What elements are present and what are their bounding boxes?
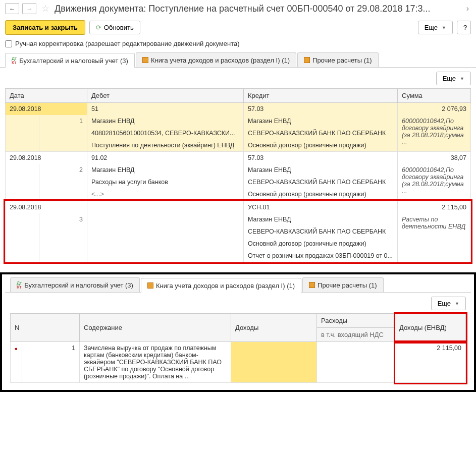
back-button[interactable]: ← [5,3,19,14]
table-row[interactable]: 3 Магазин ЕНВД Расчеты по деятельности Е… [6,213,471,225]
table-row[interactable]: 29.08.2018 УСН.01 2 115,00 [6,201,471,214]
tab-other-label: Прочие расчеты (1) [312,56,372,64]
chevron-down-icon: ▼ [442,25,446,30]
th-income[interactable]: Доходы [231,314,317,342]
tabs-main: ДтКт Бухгалтерский и налоговый учет (3) … [0,52,476,68]
chevron-down-icon: ▼ [460,76,464,81]
th-income-envd[interactable]: Доходы (ЕНВД) [395,314,466,342]
table-row[interactable]: 29.08.2018 51 57.03 2 076,93 [6,103,471,116]
income-table: N Содержание Доходы Расходы Доходы (ЕНВД… [10,313,466,383]
bullet-icon: • [15,345,18,353]
refresh-icon: ⟳ [96,24,101,31]
income-cell [231,342,317,383]
more-label: Еще [425,24,438,31]
expense-cell [317,342,395,383]
th-debit[interactable]: Дебет [87,89,244,103]
accounting-table: Дата Дебет Кредит Сумма 29.08.2018 51 57… [5,88,471,201]
table-row[interactable]: 29.08.2018 91.02 57.03 38,07 [6,152,471,164]
tab-content-accounting: Еще ▼ Дата Дебет Кредит Сумма 29.08.2018… [0,68,476,266]
th-credit[interactable]: Кредит [244,89,398,103]
page-title: Движения документа: Поступление на расче… [55,4,461,14]
more-button[interactable]: Еще ▼ [418,21,453,34]
tab-accounting-2[interactable]: ДтКт Бухгалтерский и налоговый учет (3) [10,277,140,292]
more-button-sub2[interactable]: Еще ▼ [431,297,466,310]
forward-button[interactable]: → [22,3,36,14]
th-sum[interactable]: Сумма [398,89,471,103]
refresh-label: Обновить [104,24,134,31]
tab-income-book[interactable]: Книга учета доходов и расходов (раздел I… [136,52,296,67]
th-date[interactable]: Дата [6,89,87,103]
book-icon [309,282,315,288]
tab-other-2[interactable]: Прочие расчеты (1) [302,277,384,292]
tabs-secondary: ДтКт Бухгалтерский и налоговый учет (3) … [5,277,471,293]
accounting-table-highlighted: 29.08.2018 УСН.01 2 115,00 3 Магазин ЕНВ… [5,201,471,262]
book-icon [142,57,148,63]
chevron-right-icon[interactable]: › [464,4,471,13]
manual-edit-checkbox[interactable] [5,40,12,47]
titlebar: ← → ☆ Движения документа: Поступление на… [0,0,476,17]
th-expense[interactable]: Расходы [317,314,395,328]
refresh-button[interactable]: ⟳ Обновить [89,21,140,34]
income-block: ДтКт Бухгалтерский и налоговый учет (3) … [0,272,476,392]
dtkt-icon: ДтКт [12,56,17,65]
th-expense-sub[interactable]: в т.ч. входящий НДС [317,328,395,342]
save-close-button[interactable]: Записать и закрыть [5,20,85,35]
tab-income-book-2[interactable]: Книга учета доходов и расходов (раздел I… [141,278,301,293]
tab-accounting[interactable]: ДтКт Бухгалтерский и налоговый учет (3) [5,53,135,68]
table-row[interactable]: 2 Магазин ЕНВД Магазин ЕНВД 600000010642… [6,164,471,176]
tab-income-book-label: Книга учета доходов и расходов (раздел I… [151,56,290,64]
manual-edit-label: Ручная корректировка (разрешает редактир… [15,40,240,47]
action-toolbar: Записать и закрыть ⟳ Обновить Еще ▼ ? [0,17,476,38]
table-header-row: Дата Дебет Кредит Сумма [6,89,471,103]
manual-edit-row: Ручная корректировка (разрешает редактир… [0,38,476,52]
dtkt-icon: ДтКт [17,281,22,289]
help-button[interactable]: ? [457,21,471,34]
tab-other[interactable]: Прочие расчеты (1) [297,52,379,67]
favorite-icon[interactable]: ☆ [41,3,49,14]
tab-content-income: Еще ▼ N Содержание Доходы Расходы Доходы… [5,293,471,387]
table-header-row: N Содержание Доходы Расходы Доходы (ЕНВД… [11,314,466,328]
table-row[interactable]: • 1 Зачислена выручка от продаж по плате… [11,342,466,383]
table-row[interactable]: 1 Магазин ЕНВД Магазин ЕНВД 600000010642… [6,115,471,127]
income-envd-cell: 2 115,00 [395,342,466,383]
chevron-down-icon: ▼ [455,301,459,306]
th-n[interactable]: N [11,314,80,342]
book-icon [147,282,153,289]
book-icon [304,57,310,63]
th-content[interactable]: Содержание [80,314,231,342]
more-button-sub[interactable]: Еще ▼ [436,72,471,85]
tab-accounting-label: Бухгалтерский и налоговый учет (3) [19,57,128,65]
